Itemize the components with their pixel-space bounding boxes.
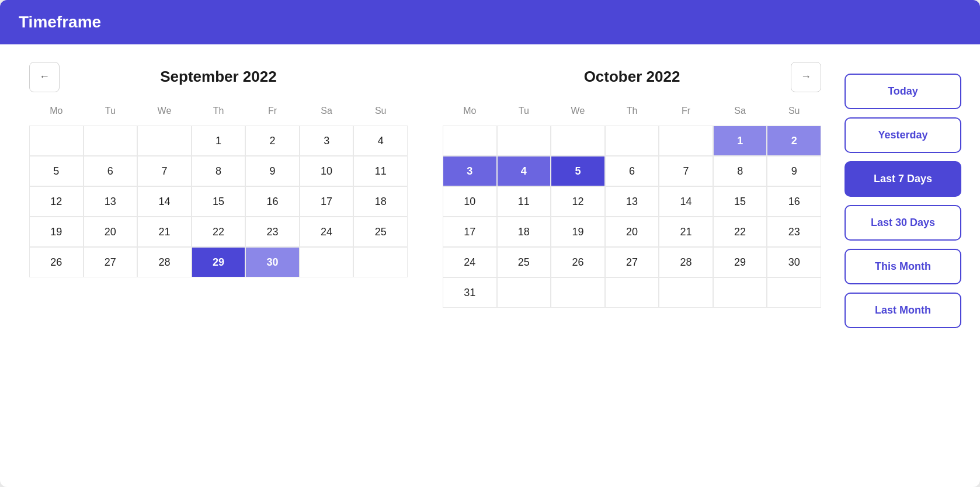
lastmonth-button[interactable]: Last Month xyxy=(845,293,961,328)
sep-day-11[interactable]: 11 xyxy=(353,156,408,186)
oct-day-9[interactable]: 9 xyxy=(767,156,821,186)
sep-day-7[interactable]: 7 xyxy=(137,156,192,186)
sep-day-12[interactable]: 12 xyxy=(29,186,84,217)
sep-day-21[interactable]: 21 xyxy=(137,217,192,247)
sep-empty-2 xyxy=(84,126,138,156)
oct-day-20[interactable]: 20 xyxy=(605,217,659,247)
oct-day-19[interactable]: 19 xyxy=(551,217,605,247)
oct-day-5[interactable]: 5 xyxy=(551,156,605,186)
prev-month-button[interactable]: ← xyxy=(29,62,60,92)
sep-day-10[interactable]: 10 xyxy=(300,156,354,186)
sep-day-30[interactable]: 30 xyxy=(245,247,300,277)
oct-empty-9 xyxy=(659,277,713,308)
oct-day-1[interactable]: 1 xyxy=(713,126,767,156)
sep-empty-4 xyxy=(300,247,354,277)
sep-empty-3 xyxy=(137,126,192,156)
oct-day-4[interactable]: 4 xyxy=(497,156,551,186)
sep-day-15[interactable]: 15 xyxy=(192,186,246,217)
sep-day-18[interactable]: 18 xyxy=(353,186,408,217)
sep-day-1[interactable]: 1 xyxy=(192,126,246,156)
oct-day-22[interactable]: 22 xyxy=(713,217,767,247)
oct-day-25[interactable]: 25 xyxy=(497,247,551,277)
sep-day-29[interactable]: 29 xyxy=(192,247,246,277)
oct-day-26[interactable]: 26 xyxy=(551,247,605,277)
oct-day-13[interactable]: 13 xyxy=(605,186,659,217)
day-header-tu: Tu xyxy=(84,100,138,126)
next-month-button[interactable]: → xyxy=(791,62,821,92)
oct-day-6[interactable]: 6 xyxy=(605,156,659,186)
september-header: ← September 2022 xyxy=(29,68,408,86)
main-container: Timeframe ← September 2022 Mo Tu We Th F… xyxy=(0,0,980,487)
september-grid: Mo Tu We Th Fr Sa Su 1 2 3 4 5 xyxy=(29,100,408,277)
oct-empty-7 xyxy=(551,277,605,308)
october-title: October 2022 xyxy=(584,68,680,86)
september-calendar: ← September 2022 Mo Tu We Th Fr Sa Su xyxy=(29,68,408,328)
sep-day-22[interactable]: 22 xyxy=(192,217,246,247)
sep-day-5[interactable]: 5 xyxy=(29,156,84,186)
oct-day-21[interactable]: 21 xyxy=(659,217,713,247)
oct-day-24[interactable]: 24 xyxy=(443,247,497,277)
oct-day-8[interactable]: 8 xyxy=(713,156,767,186)
september-title: September 2022 xyxy=(160,68,276,86)
oct-day-3[interactable]: 3 xyxy=(443,156,497,186)
oct-empty-1 xyxy=(443,126,497,156)
sep-day-25[interactable]: 25 xyxy=(353,217,408,247)
sep-day-19[interactable]: 19 xyxy=(29,217,84,247)
sep-day-16[interactable]: 16 xyxy=(245,186,300,217)
oct-day-header-sa: Sa xyxy=(713,100,767,126)
oct-day-header-mo: Mo xyxy=(443,100,497,126)
sep-day-9[interactable]: 9 xyxy=(245,156,300,186)
sep-day-27[interactable]: 27 xyxy=(84,247,138,277)
day-header-th: Th xyxy=(192,100,246,126)
day-header-sa: Sa xyxy=(300,100,354,126)
oct-day-10[interactable]: 10 xyxy=(443,186,497,217)
oct-day-18[interactable]: 18 xyxy=(497,217,551,247)
sep-day-13[interactable]: 13 xyxy=(84,186,138,217)
sep-day-2[interactable]: 2 xyxy=(245,126,300,156)
october-calendar: October 2022 → Mo Tu We Th Fr Sa Su xyxy=(443,68,821,328)
oct-day-header-tu: Tu xyxy=(497,100,551,126)
oct-day-30[interactable]: 30 xyxy=(767,247,821,277)
sep-day-14[interactable]: 14 xyxy=(137,186,192,217)
sep-empty-5 xyxy=(353,247,408,277)
sep-day-4[interactable]: 4 xyxy=(353,126,408,156)
oct-day-23[interactable]: 23 xyxy=(767,217,821,247)
last30days-button[interactable]: Last 30 Days xyxy=(845,205,961,241)
sep-day-3[interactable]: 3 xyxy=(300,126,354,156)
oct-day-14[interactable]: 14 xyxy=(659,186,713,217)
calendars-area: ← September 2022 Mo Tu We Th Fr Sa Su xyxy=(29,68,821,328)
sep-day-24[interactable]: 24 xyxy=(300,217,354,247)
oct-empty-4 xyxy=(605,126,659,156)
oct-day-11[interactable]: 11 xyxy=(497,186,551,217)
sep-day-8[interactable]: 8 xyxy=(192,156,246,186)
sep-day-20[interactable]: 20 xyxy=(84,217,138,247)
yesterday-button[interactable]: Yesterday xyxy=(845,117,961,153)
oct-day-12[interactable]: 12 xyxy=(551,186,605,217)
oct-empty-6 xyxy=(497,277,551,308)
last7days-button[interactable]: Last 7 Days xyxy=(845,161,961,197)
next-arrow-icon: → xyxy=(801,71,811,83)
october-header: October 2022 → xyxy=(443,68,821,86)
oct-day-7[interactable]: 7 xyxy=(659,156,713,186)
sep-day-17[interactable]: 17 xyxy=(300,186,354,217)
oct-day-17[interactable]: 17 xyxy=(443,217,497,247)
sep-empty-1 xyxy=(29,126,84,156)
sep-day-6[interactable]: 6 xyxy=(84,156,138,186)
today-button[interactable]: Today xyxy=(845,74,961,109)
oct-day-27[interactable]: 27 xyxy=(605,247,659,277)
oct-day-31[interactable]: 31 xyxy=(443,277,497,308)
sep-day-28[interactable]: 28 xyxy=(137,247,192,277)
oct-day-15[interactable]: 15 xyxy=(713,186,767,217)
body: ← September 2022 Mo Tu We Th Fr Sa Su xyxy=(0,44,980,352)
oct-day-29[interactable]: 29 xyxy=(713,247,767,277)
day-header-su: Su xyxy=(353,100,408,126)
oct-day-28[interactable]: 28 xyxy=(659,247,713,277)
header: Timeframe xyxy=(0,0,980,44)
oct-day-2[interactable]: 2 xyxy=(767,126,821,156)
day-header-fr: Fr xyxy=(245,100,300,126)
sep-day-23[interactable]: 23 xyxy=(245,217,300,247)
sep-day-26[interactable]: 26 xyxy=(29,247,84,277)
thismonth-button[interactable]: This Month xyxy=(845,249,961,284)
oct-empty-11 xyxy=(767,277,821,308)
oct-day-16[interactable]: 16 xyxy=(767,186,821,217)
